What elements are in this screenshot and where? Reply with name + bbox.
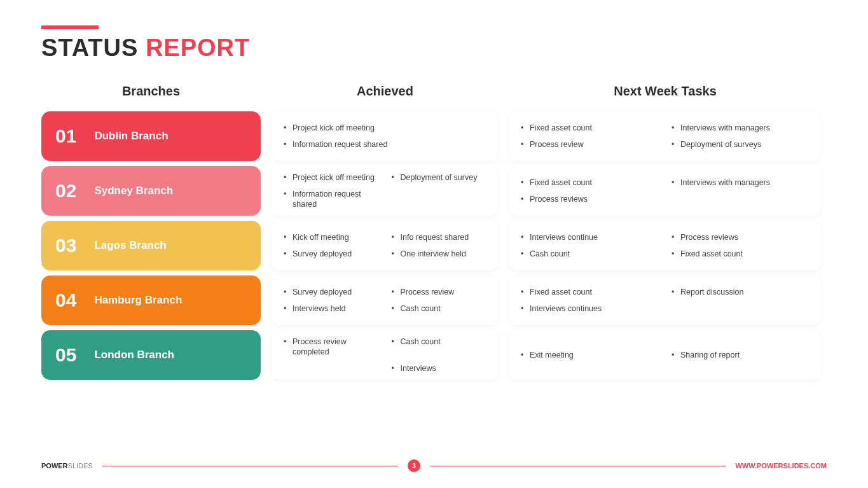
branch-number: 05 bbox=[55, 344, 76, 366]
bullet-item: Cash count bbox=[392, 303, 487, 314]
branch-number: 04 bbox=[55, 289, 76, 311]
header-next: Next Week Tasks bbox=[509, 84, 821, 106]
bullet-item: Process review bbox=[521, 139, 659, 150]
bullet-item: Report discussion bbox=[672, 287, 809, 297]
bullet-item: Interviews held bbox=[284, 303, 379, 314]
achieved-card: Survey deployedProcess reviewInterviews … bbox=[272, 275, 498, 325]
footer-brand: POWERSLIDES bbox=[41, 462, 93, 470]
next-card: Interviews continueProcess reviewsCash c… bbox=[509, 221, 821, 270]
title-part2: REPORT bbox=[146, 34, 250, 61]
next-card: Exit meetingSharing of report bbox=[509, 330, 821, 380]
bullet-item: Process reviews bbox=[521, 194, 659, 204]
bullet-item: Deployment of survey bbox=[392, 172, 487, 183]
footer-url: WWW.POWERSLIDES.COM bbox=[735, 462, 827, 470]
footer-line-left bbox=[102, 466, 398, 466]
bullet-item: Interviews continue bbox=[521, 232, 659, 242]
bullet-item: Fixed asset count bbox=[521, 287, 659, 297]
achieved-card: Project kick off meetingDeployment of su… bbox=[272, 166, 498, 216]
next-card: Fixed asset countInterviews with manager… bbox=[509, 111, 821, 161]
bullet-item: Interviews bbox=[392, 363, 487, 373]
footer-line-right bbox=[430, 466, 726, 466]
footer: POWERSLIDES 3 WWW.POWERSLIDES.COM bbox=[41, 459, 827, 472]
bullet-item: Info request shared bbox=[392, 232, 487, 242]
branch-number: 02 bbox=[55, 180, 76, 202]
header-achieved: Achieved bbox=[272, 84, 498, 106]
branch-card: 05London Branch bbox=[41, 330, 261, 380]
bullet-item: Exit meeting bbox=[521, 350, 659, 360]
bullet-item: Kick off meeting bbox=[284, 232, 379, 242]
accent-bar bbox=[41, 25, 99, 29]
bullet-item: Process reviews bbox=[672, 232, 809, 242]
bullet-item: Interviews with managers bbox=[672, 178, 809, 188]
bullet-item: Process review completed bbox=[284, 337, 379, 358]
brand-part2: SLIDES bbox=[68, 462, 93, 470]
bullet-item: Fixed asset count bbox=[521, 178, 659, 188]
branch-name: Lagos Branch bbox=[94, 239, 166, 252]
page-title: STATUS REPORT bbox=[41, 34, 827, 62]
bullet-item: Cash count bbox=[521, 249, 659, 259]
branch-card: 01Dublin Branch bbox=[41, 111, 261, 161]
branch-number: 03 bbox=[55, 235, 76, 256]
bullet-item: Project kick off meeting bbox=[284, 123, 486, 133]
bullet-item: Sharing of report bbox=[672, 350, 809, 360]
branch-name: London Branch bbox=[94, 349, 174, 361]
branch-card: 04Hamburg Branch bbox=[41, 275, 261, 325]
achieved-card: Kick off meetingInfo request sharedSurve… bbox=[272, 221, 498, 270]
next-card: Fixed asset countInterviews with manager… bbox=[509, 166, 821, 216]
bullet-item: Survey deployed bbox=[284, 249, 379, 259]
branch-name: Dublin Branch bbox=[94, 130, 168, 143]
title-part1: STATUS bbox=[41, 34, 146, 61]
achieved-card: Process review completedCash count.Inter… bbox=[272, 330, 498, 380]
bullet-item: Interviews continues bbox=[521, 303, 659, 314]
bullet-item: Process review bbox=[392, 287, 487, 297]
branch-name: Hamburg Branch bbox=[94, 294, 182, 307]
bullet-item: Interviews with managers bbox=[672, 123, 809, 133]
bullet-item: Fixed asset count bbox=[521, 123, 659, 133]
brand-part1: POWER bbox=[41, 462, 68, 470]
status-grid: Branches Achieved Next Week Tasks 01Dubl… bbox=[41, 84, 827, 380]
page-number-badge: 3 bbox=[408, 459, 420, 472]
bullet-item: One interview held bbox=[392, 249, 487, 259]
header-branches: Branches bbox=[41, 84, 261, 106]
bullet-item: Information request shared bbox=[284, 139, 486, 150]
branch-card: 03Lagos Branch bbox=[41, 221, 261, 270]
branch-number: 01 bbox=[55, 125, 76, 147]
branch-name: Sydney Branch bbox=[94, 185, 173, 197]
bullet-item: Fixed asset count bbox=[672, 249, 809, 259]
bullet-item: Deployment of surveys bbox=[672, 139, 809, 150]
bullet-item: Information request shared bbox=[284, 189, 379, 210]
branch-card: 02Sydney Branch bbox=[41, 166, 261, 216]
next-card: Fixed asset countReport discussionInterv… bbox=[509, 275, 821, 325]
bullet-item: Cash count bbox=[392, 337, 487, 358]
bullet-item: Project kick off meeting bbox=[284, 172, 379, 183]
bullet-item: Survey deployed bbox=[284, 287, 379, 297]
achieved-card: Project kick off meetingInformation requ… bbox=[272, 111, 498, 161]
